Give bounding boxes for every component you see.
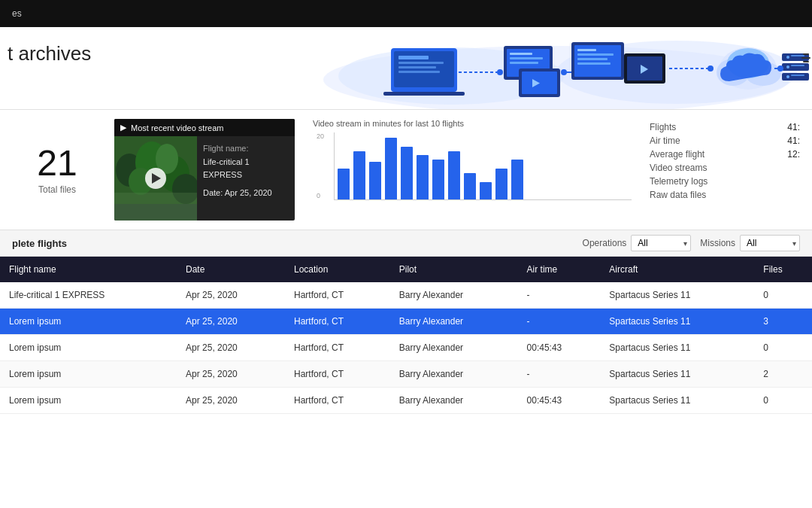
video-thumbnail[interactable] bbox=[114, 136, 197, 221]
cell-files: 0 bbox=[754, 335, 812, 361]
stats-area: 21 Total files ▶ Most recent video strea… bbox=[0, 110, 812, 230]
svg-rect-14 bbox=[510, 53, 532, 55]
svg-rect-26 bbox=[577, 53, 614, 56]
total-files-number: 21 bbox=[37, 145, 77, 181]
svg-rect-8 bbox=[398, 71, 440, 73]
missions-select-wrapper[interactable]: All bbox=[740, 235, 800, 251]
col-pilot: Pilot bbox=[390, 257, 518, 282]
total-files-box: 21 Total files bbox=[12, 119, 102, 221]
svg-rect-59 bbox=[114, 193, 197, 204]
stats-row-5: Raw data files bbox=[650, 190, 800, 200]
table-header: Flight name Date Location Pilot Air time… bbox=[0, 257, 812, 282]
svg-point-33 bbox=[707, 65, 714, 71]
stats-row-1: Air time 41: bbox=[650, 135, 800, 146]
cell-aircraft: Spartacus Series 11 bbox=[600, 282, 754, 309]
svg-point-42 bbox=[786, 65, 789, 68]
video-info: Flight name: Life-critical 1 EXPRESS Dat… bbox=[197, 136, 295, 221]
cell-files: 0 bbox=[754, 282, 812, 309]
stats-right: Flights 41: Air time 41: Average flight … bbox=[650, 119, 800, 221]
svg-rect-39 bbox=[782, 63, 809, 71]
chart-bar-9 bbox=[480, 182, 492, 199]
missions-group: Missions All bbox=[700, 235, 800, 251]
video-preview-body: Flight name: Life-critical 1 EXPRESS Dat… bbox=[114, 136, 295, 221]
stats-row-4: Telemetry logs bbox=[650, 176, 800, 187]
cell-location: Hartford, CT bbox=[285, 282, 390, 309]
svg-rect-28 bbox=[577, 62, 611, 65]
top-bar: es bbox=[0, 0, 812, 27]
cell-location: Hartford, CT bbox=[285, 309, 390, 335]
flight-name-row: Flight name: Life-critical 1 EXPRESS bbox=[203, 142, 289, 182]
date-row: Date: Apr 25, 2020 bbox=[203, 187, 289, 200]
chart-area: Video stream in minutes for last 10 flig… bbox=[307, 119, 638, 221]
table-row[interactable]: Lorem ipsumApr 25, 2020Hartford, CTBarry… bbox=[0, 388, 812, 414]
cell-date: Apr 25, 2020 bbox=[177, 361, 285, 388]
operations-select-wrapper[interactable]: All bbox=[631, 235, 691, 251]
cell-flight_name: Lorem ipsum bbox=[0, 388, 177, 414]
cell-pilot: Barry Alexander bbox=[390, 282, 518, 309]
svg-rect-9 bbox=[383, 92, 465, 96]
cell-air_time: - bbox=[518, 309, 601, 335]
cell-air_time: - bbox=[518, 282, 601, 309]
chart-bar-8 bbox=[464, 173, 476, 199]
col-flight-name: Flight name bbox=[0, 257, 177, 282]
video-preview-header: ▶ Most recent video stream bbox=[114, 119, 295, 136]
cell-aircraft: Spartacus Series 11 bbox=[600, 335, 754, 361]
table-header-row: Flight name Date Location Pilot Air time… bbox=[0, 257, 812, 282]
operations-group: Operations All bbox=[583, 235, 692, 251]
svg-rect-25 bbox=[577, 49, 596, 51]
cell-pilot: Barry Alexander bbox=[390, 388, 518, 414]
missions-label: Missions bbox=[700, 238, 735, 248]
svg-rect-40 bbox=[782, 73, 809, 81]
col-air-time: Air time bbox=[518, 257, 601, 282]
flights-toolbar: plete flights Operations All Missions Al… bbox=[0, 230, 812, 257]
cell-files: 0 bbox=[754, 388, 812, 414]
svg-point-43 bbox=[786, 75, 789, 78]
video-preview-label: Most recent video stream bbox=[131, 123, 224, 132]
raw-files-label: Raw data files bbox=[650, 190, 706, 200]
operations-select[interactable]: All bbox=[631, 235, 691, 251]
chart-bar-2 bbox=[369, 162, 381, 199]
svg-rect-50 bbox=[801, 57, 810, 59]
avg-flight-label: Average flight bbox=[650, 149, 704, 160]
chart-bar-7 bbox=[448, 151, 460, 199]
missions-select[interactable]: All bbox=[740, 235, 800, 251]
svg-rect-7 bbox=[398, 66, 436, 68]
chart-bar-10 bbox=[495, 169, 508, 199]
cell-aircraft: Spartacus Series 11 bbox=[600, 388, 754, 414]
cell-aircraft: Spartacus Series 11 bbox=[600, 309, 754, 335]
svg-rect-44 bbox=[791, 55, 804, 56]
cell-aircraft: Spartacus Series 11 bbox=[600, 361, 754, 388]
svg-rect-51 bbox=[803, 61, 809, 62]
cell-date: Apr 25, 2020 bbox=[177, 282, 285, 309]
cell-air_time: 00:45:43 bbox=[518, 388, 601, 414]
col-date: Date bbox=[177, 257, 285, 282]
cell-pilot: Barry Alexander bbox=[390, 309, 518, 335]
svg-point-41 bbox=[786, 56, 789, 59]
chart-bar-0 bbox=[338, 169, 350, 199]
table-row[interactable]: Lorem ipsumApr 25, 2020Hartford, CTBarry… bbox=[0, 309, 812, 335]
table-row[interactable]: Life-critical 1 EXPRESSApr 25, 2020Hartf… bbox=[0, 282, 812, 309]
cell-air_time: - bbox=[518, 361, 601, 388]
bar-chart: 20 0 bbox=[334, 132, 632, 200]
svg-rect-6 bbox=[398, 62, 444, 64]
table-row[interactable]: Lorem ipsumApr 25, 2020Hartford, CTBarry… bbox=[0, 335, 812, 361]
chart-bar-4 bbox=[401, 147, 413, 199]
svg-rect-46 bbox=[791, 75, 804, 76]
table-row[interactable]: Lorem ipsumApr 25, 2020Hartford, CTBarry… bbox=[0, 361, 812, 388]
cell-flight_name: Life-critical 1 EXPRESS bbox=[0, 282, 177, 309]
video-streams-label: Video streams bbox=[650, 163, 707, 173]
chart-bar-1 bbox=[353, 151, 365, 199]
cell-date: Apr 25, 2020 bbox=[177, 335, 285, 361]
cell-location: Hartford, CT bbox=[285, 361, 390, 388]
stats-row-2: Average flight 12: bbox=[650, 149, 800, 160]
date-label: Date: bbox=[203, 188, 223, 197]
flights-table: Flight name Date Location Pilot Air time… bbox=[0, 257, 812, 414]
col-files: Files bbox=[754, 257, 812, 282]
page-title: t archives bbox=[0, 42, 91, 65]
col-aircraft: Aircraft bbox=[600, 257, 754, 282]
video-play-button[interactable] bbox=[145, 168, 166, 189]
header-illustration bbox=[301, 27, 812, 110]
cell-date: Apr 25, 2020 bbox=[177, 388, 285, 414]
svg-rect-16 bbox=[510, 62, 538, 64]
play-icon: ▶ bbox=[120, 123, 126, 132]
